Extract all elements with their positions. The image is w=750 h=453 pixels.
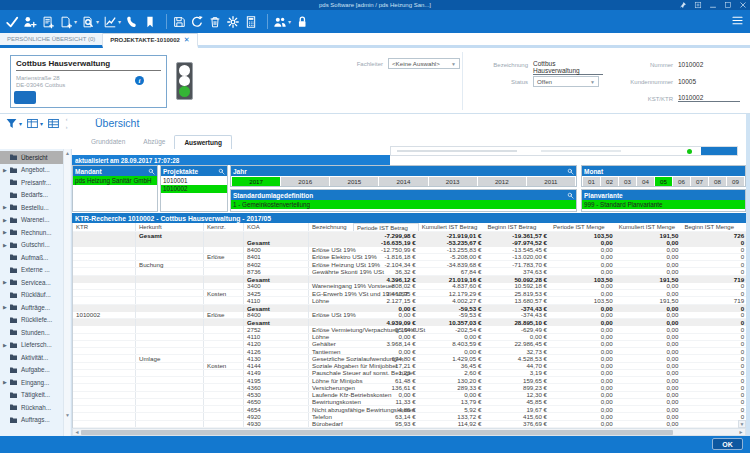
users-button[interactable]: ▾: [273, 15, 291, 29]
lock-button[interactable]: [295, 15, 309, 29]
bookmark-button[interactable]: [143, 15, 157, 29]
sidebar-scrollbar[interactable]: ▲▼: [63, 149, 70, 436]
file-add-button[interactable]: ▾: [59, 15, 77, 29]
jahr-option[interactable]: 2014: [379, 177, 427, 186]
monat-option[interactable]: 01: [583, 177, 600, 186]
jahr-option[interactable]: 2011: [527, 177, 575, 186]
check-button[interactable]: [5, 15, 19, 29]
monat-option[interactable]: 07: [691, 177, 708, 186]
column-header[interactable]: Beginn IST Betrag: [484, 223, 550, 231]
monat-option[interactable]: 03: [619, 177, 636, 186]
tab-auswertung[interactable]: Auswertung: [174, 135, 232, 149]
column-header[interactable]: Kumuliert IST Menge: [616, 223, 682, 231]
tab-close-icon[interactable]: ✕: [184, 36, 190, 44]
kstktr-input[interactable]: 1010002: [678, 94, 740, 102]
sidebar-item[interactable]: ▶Aufträge...: [0, 301, 63, 314]
sidebar-item[interactable]: ▶Servicea...: [0, 276, 63, 289]
new-window-icon[interactable]: [694, 1, 702, 9]
sidebar-item[interactable]: Rückläuf...: [0, 289, 63, 302]
grid-hscrollbar[interactable]: ◄ ►: [72, 428, 746, 436]
monat-option[interactable]: 06: [673, 177, 690, 186]
note-add-button[interactable]: [41, 15, 55, 29]
maximize-icon[interactable]: [724, 1, 732, 9]
menu-hamburger-icon[interactable]: [731, 14, 744, 27]
sidebar-item[interactable]: ▶Warenei...: [0, 214, 63, 227]
pin-icon[interactable]: [679, 1, 687, 9]
tab-abzüge[interactable]: Abzüge: [134, 135, 174, 149]
table-row[interactable]: 4654Nicht abzugsfähige Bewirtungskosten4…: [73, 406, 746, 413]
column-header[interactable]: Kennz.: [204, 223, 244, 231]
document-tab[interactable]: PROJEKTAKTE-1010002✕: [103, 33, 197, 48]
user-add-button[interactable]: [23, 15, 37, 29]
trash-button[interactable]: [208, 15, 222, 29]
splitter-handle[interactable]: ‹›: [63, 115, 70, 132]
column-header[interactable]: Herkunft: [136, 223, 204, 231]
monat-option[interactable]: 08: [709, 177, 726, 186]
search-icon[interactable]: [567, 168, 574, 175]
sidebar-item[interactable]: ▶Gutschri...: [0, 239, 63, 252]
sidebar-item[interactable]: Aktivität...: [0, 351, 63, 364]
gear-button[interactable]: [226, 15, 240, 29]
search-icon[interactable]: [148, 168, 155, 175]
table-row[interactable]: 2752Erlöse Vermietung/Verpachtung 19% US…: [73, 326, 746, 333]
mandant-option[interactable]: pds Heizung Sanitär GmbH: [73, 176, 157, 185]
sidebar-item[interactable]: Rückliefe...: [0, 314, 63, 327]
monat-option[interactable]: 05: [655, 177, 672, 186]
status-select[interactable]: Offen▼: [533, 76, 599, 87]
hscroll-right-icon[interactable]: ►: [737, 429, 745, 435]
sidebar-item[interactable]: Rücknah...: [0, 401, 63, 414]
sidebar-item[interactable]: ▶Bestellu...: [0, 201, 63, 214]
sidebar-item[interactable]: Aufgabe...: [0, 364, 63, 377]
fachleiter-select[interactable]: <Keine Auswahl>▼: [388, 58, 460, 69]
jahr-option[interactable]: 2017: [232, 177, 280, 186]
chart-button[interactable]: ▾: [103, 15, 121, 29]
sidebar-item[interactable]: Preisanfr...: [0, 176, 63, 189]
sidebar-item[interactable]: ▶Rechnun...: [0, 226, 63, 239]
grid-export-icon[interactable]: ▾: [26, 117, 43, 130]
minimize-icon[interactable]: [709, 1, 717, 9]
column-header[interactable]: KOA: [244, 223, 309, 231]
sidebar-item[interactable]: ▶Eingang...: [0, 376, 63, 389]
sidebar-item[interactable]: Übersicht: [0, 151, 63, 164]
jahr-option[interactable]: 2015: [330, 177, 378, 186]
table-row[interactable]: 4149Pauschale Steuer auf sonst. Bezüge1,…: [73, 370, 746, 377]
monat-option[interactable]: 09: [727, 177, 744, 186]
table-row[interactable]: 8736Gewährte Skonti 19% USt36,32 €67,84 …: [73, 268, 746, 275]
jahr-option[interactable]: 2012: [478, 177, 526, 186]
table-row[interactable]: Gesamt-7.299,98 €-21.919,01 €-19.361,57 …: [73, 232, 746, 239]
column-header[interactable]: Periode IST Betrag: [353, 223, 419, 231]
sidebar-item[interactable]: Aufmaß...: [0, 251, 63, 264]
jahr-option[interactable]: 2013: [429, 177, 477, 186]
sidebar-item[interactable]: ▶Angebot...: [0, 164, 63, 177]
table-row[interactable]: 1010002Erlöse8400Erlöse USt 19%0,00 €-59…: [73, 312, 746, 319]
bezeichnung-input[interactable]: Cottbus Hausverwaltung: [533, 60, 603, 75]
column-header[interactable]: Beginn IST Menge: [681, 223, 746, 231]
sidebar-item[interactable]: Stunden...: [0, 326, 63, 339]
monat-option[interactable]: 04: [637, 177, 654, 186]
projektakte-option[interactable]: 1010001: [161, 176, 227, 185]
calculator-button[interactable]: [244, 15, 258, 29]
document-tab[interactable]: PERSÖNLICHE ÜBERSICHT (0): [0, 33, 103, 48]
standardumlage-value[interactable]: 1 - Gemeinkostenverteilung: [231, 200, 576, 209]
column-header[interactable]: KTR: [73, 223, 136, 231]
close-icon[interactable]: [739, 1, 747, 9]
table-row[interactable]: 4110Löhne2.127,15 €4.002,27 €13.680,57 €…: [73, 297, 746, 304]
refresh-button[interactable]: [190, 15, 204, 29]
phone-button[interactable]: [125, 15, 139, 29]
ok-button[interactable]: OK: [712, 438, 743, 450]
sidebar-item[interactable]: Tätigkeit...: [0, 389, 63, 402]
hscroll-left-icon[interactable]: ◄: [73, 429, 81, 435]
monat-option[interactable]: 02: [601, 177, 618, 186]
file-search-button[interactable]: ▾: [81, 15, 99, 29]
search-icon[interactable]: [567, 192, 574, 199]
grid-vscroll-down-icon[interactable]: ▼: [738, 420, 746, 428]
info-icon[interactable]: i: [135, 76, 144, 85]
save-button[interactable]: [172, 15, 186, 29]
column-header[interactable]: Bezeichnung: [309, 223, 353, 231]
sidebar-item[interactable]: Bedarfs...: [0, 189, 63, 202]
table-row[interactable]: 4930Bürobedarf95,93 €114,92 €376,69 €0,0…: [73, 421, 746, 428]
sidebar-item[interactable]: Externe ...: [0, 264, 63, 277]
hscroll-thumb[interactable]: [81, 430, 673, 436]
projektakte-option[interactable]: 1010002: [161, 185, 227, 194]
column-header[interactable]: Periode IST Menge: [550, 223, 616, 231]
